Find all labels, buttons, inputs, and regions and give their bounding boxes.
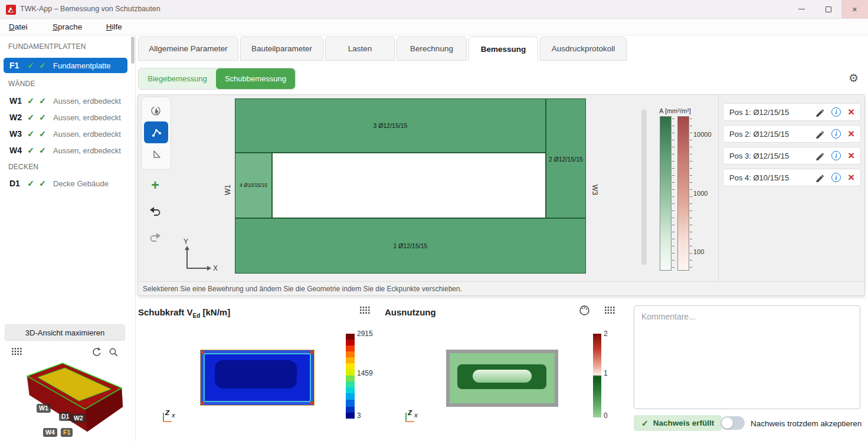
close-button[interactable]: × [841, 0, 868, 18]
check-icon: ✓ [37, 146, 48, 155]
legend-title: A [mm²/m²] [643, 107, 707, 114]
minimize-button[interactable] [788, 0, 815, 18]
redo-button[interactable] [148, 229, 163, 245]
check-icon: ✓ [25, 179, 37, 188]
position-card-2[interactable]: Pos 2: Ø12/15/15 i × [723, 125, 861, 143]
edit-pencil-icon[interactable] [815, 173, 824, 182]
delete-icon[interactable]: × [848, 173, 854, 182]
grid-icon[interactable] [605, 307, 615, 314]
check-icon: ✓ [25, 113, 37, 122]
edit-pencil-icon[interactable] [815, 107, 824, 117]
shear-force-contour-plot[interactable] [200, 350, 315, 406]
palette-icon[interactable] [579, 305, 590, 316]
accept-anyway-toggle[interactable] [720, 416, 745, 430]
check-icon: ✓ [37, 129, 48, 139]
sidebar-item-w4[interactable]: W4 ✓ ✓ Aussen, erdbedeckt [4, 143, 127, 158]
utilization-colorbar [593, 334, 601, 417]
polyline-nodes-icon [150, 126, 163, 139]
position-card-4[interactable]: Pos 4: Ø10/15/15 i × [723, 169, 861, 186]
legend-ticks-green [672, 119, 674, 268]
sidebar-scrollbar[interactable] [131, 37, 135, 64]
plan-opening [272, 153, 546, 218]
settings-gear-icon[interactable]: ⚙ [849, 71, 859, 85]
shear-axis-triad: Zx [161, 409, 178, 424]
zoom-select-tool-button[interactable] [144, 100, 168, 121]
check-icon: ✓ [37, 96, 48, 106]
utilization-scale-mid: 1 [604, 369, 608, 377]
check-icon: ✓ [25, 146, 37, 155]
grid-icon[interactable] [12, 348, 22, 356]
sidebar-item-w1[interactable]: W1 ✓ ✓ Aussen, erdbedeckt [4, 93, 127, 108]
axis-x-arrow [207, 266, 211, 271]
tab-ausdruckprotokoll[interactable]: Ausdruckprotokoll [540, 37, 627, 61]
section-waende: WÄNDE [8, 80, 35, 88]
subtab-biegebemessung[interactable]: Biegebemessung [139, 68, 216, 89]
utilization-axis-triad: Zx [403, 409, 421, 424]
sidebar-item-w3[interactable]: W3 ✓ ✓ Aussen, erdbedeckt [4, 126, 127, 141]
check-icon: ✓ [25, 96, 37, 106]
3d-label-d1: D1 [59, 412, 71, 421]
info-icon[interactable]: i [831, 151, 841, 160]
utilization-contour-gloss [473, 370, 532, 383]
shear-scale-max: 2915 [357, 330, 373, 338]
region-2-label: 2 Ø12/15/15 [546, 155, 586, 163]
3d-label-f1: F1 [61, 428, 73, 437]
check-icon: ✓ [37, 179, 48, 188]
tab-berechnung[interactable]: Berechnung [397, 37, 467, 61]
delete-icon[interactable]: × [848, 129, 854, 139]
shear-scale-min: 3 [357, 412, 361, 420]
select-tool-button[interactable] [144, 143, 168, 165]
check-icon: ✓ [25, 129, 37, 139]
window-title: TWK-App – Bemessung von Schutzbauten [20, 5, 161, 13]
delete-icon[interactable]: × [848, 107, 854, 117]
search-icon[interactable] [109, 347, 119, 357]
info-icon[interactable]: i [831, 107, 841, 117]
info-icon[interactable]: i [831, 129, 841, 139]
shear-scale-mid: 1459 [357, 369, 373, 377]
shear-colorbar [346, 334, 355, 419]
3d-label-w2: W2 [71, 414, 86, 423]
maximize-button[interactable] [815, 0, 841, 18]
maximize-3d-button[interactable]: 3D-Ansicht maximieren [5, 324, 125, 341]
tab-allgemeine-parameter[interactable]: Allgemeine Parameter [138, 37, 238, 61]
sidebar-item-w2[interactable]: W2 ✓ ✓ Aussen, erdbedeckt [4, 110, 127, 125]
grid-icon[interactable] [360, 307, 370, 314]
position-card-1[interactable]: Pos 1: Ø12/15/15 i × [723, 103, 861, 121]
app-logo-icon [6, 5, 16, 15]
sidebar: FUNDAMENTPLATTEN F1 ✓ ✓ Fundamentplatte … [0, 35, 136, 441]
delete-icon[interactable]: × [848, 151, 854, 160]
verification-status-badge: ✓ Nachweis erfüllt [634, 415, 722, 431]
tab-lasten[interactable]: Lasten [325, 37, 395, 61]
tab-bauteilparameter[interactable]: Bauteilparameter [240, 37, 323, 61]
position-card-3[interactable]: Pos 3: Ø12/15/15 i × [723, 147, 861, 164]
subtab-schubbemessung[interactable]: Schubbemessung [216, 68, 295, 89]
utilization-contour-plot[interactable] [446, 350, 558, 407]
tab-bemessung[interactable]: Bemessung [469, 37, 538, 62]
wall-label-w1: W1 [224, 185, 232, 195]
geometry-editor-panel: + 3 Ø12/15/15 2 Ø12/15/15 4 Ø10/15/15 1 … [137, 94, 865, 296]
edit-pencil-icon[interactable] [815, 151, 824, 160]
legend-tick-1000: 1000 [693, 190, 707, 197]
sidebar-item-d1[interactable]: D1 ✓ ✓ Decke Gebäude [4, 176, 127, 191]
menu-sprache[interactable]: Sprache [48, 19, 87, 35]
undo-button[interactable] [148, 203, 163, 219]
comments-input[interactable] [634, 305, 860, 409]
minimize-icon [798, 9, 805, 10]
utilization-plot-title: Ausnutzung [385, 307, 436, 317]
legend-slider[interactable] [641, 110, 647, 265]
menu-bar: Datei Sprache Hilfe [0, 19, 868, 35]
axis-y-arrow [185, 246, 189, 250]
region-4-label: 4 Ø10/15/15 [235, 181, 272, 189]
refresh-icon[interactable] [91, 347, 101, 357]
add-reinforcement-button[interactable]: + [148, 177, 163, 193]
edit-pencil-icon[interactable] [815, 129, 824, 139]
menu-datei[interactable]: Datei [4, 19, 32, 35]
maximize-icon [826, 6, 831, 12]
info-icon[interactable]: i [831, 173, 841, 182]
redo-icon [149, 231, 161, 243]
edit-nodes-tool-button[interactable] [144, 121, 168, 143]
sidebar-item-f1[interactable]: F1 ✓ ✓ Fundamentplatte [4, 58, 127, 73]
menu-hilfe[interactable]: Hilfe [101, 19, 127, 35]
zoom-cursor-icon [150, 104, 163, 117]
3d-label-w4: W4 [43, 428, 57, 437]
